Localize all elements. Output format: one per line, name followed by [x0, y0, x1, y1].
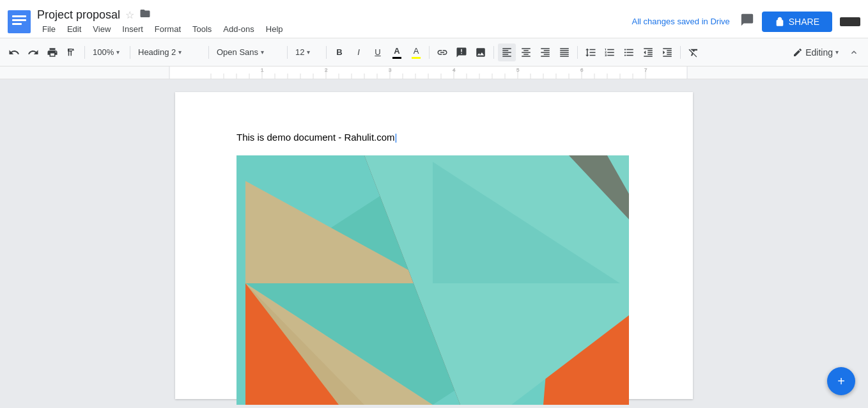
separator-8: [577, 46, 578, 59]
share-button[interactable]: SHARE: [762, 12, 832, 32]
document-area[interactable]: This is demo document - Rahulit.com: [0, 79, 868, 408]
undo-button[interactable]: [5, 43, 23, 61]
font-selector[interactable]: Open Sans ▾: [213, 43, 283, 61]
fab-button[interactable]: +: [827, 367, 855, 395]
svg-text:1: 1: [261, 67, 264, 73]
svg-text:3: 3: [389, 67, 392, 73]
insert-image-button[interactable]: [472, 43, 490, 61]
align-center-button[interactable]: [517, 43, 535, 61]
heading-selector[interactable]: Heading 2 ▾: [134, 43, 205, 61]
toolbar: 100% ▾ Heading 2 ▾ Open Sans ▾ 12 ▾ B I …: [0, 38, 868, 67]
menu-format[interactable]: Format: [150, 23, 186, 35]
align-justify-button[interactable]: [555, 43, 573, 61]
numbered-list-button[interactable]: [601, 43, 619, 61]
menu-help[interactable]: Help: [261, 23, 288, 35]
bulleted-list-button[interactable]: [620, 43, 638, 61]
svg-text:6: 6: [580, 67, 584, 73]
menu-file[interactable]: File: [37, 23, 61, 35]
svg-rect-2: [12, 19, 26, 21]
menu-edit[interactable]: Edit: [62, 23, 86, 35]
align-right-button[interactable]: [536, 43, 554, 61]
separator-2: [130, 46, 130, 59]
document-image: [236, 155, 629, 405]
redo-button[interactable]: [24, 43, 42, 61]
title-info: Project proposal ☆ File Edit View Insert…: [37, 8, 622, 35]
doc-icon: [8, 10, 31, 33]
separator-6: [429, 46, 430, 59]
document-text[interactable]: This is demo document - Rahulit.com: [236, 130, 642, 145]
menu-view[interactable]: View: [88, 23, 116, 35]
svg-rect-3: [12, 23, 22, 25]
svg-rect-1: [12, 15, 26, 17]
svg-text:5: 5: [516, 67, 520, 73]
decrease-indent-button[interactable]: [639, 43, 657, 61]
saved-status: All changes saved in Drive: [632, 17, 730, 26]
underline-button[interactable]: U: [369, 43, 387, 61]
svg-rect-0: [8, 10, 31, 33]
menu-bar: File Edit View Insert Format Tools Add-o…: [37, 23, 622, 35]
text-color-button[interactable]: A: [388, 43, 406, 61]
separator-9: [680, 46, 681, 59]
separator-4: [287, 46, 288, 59]
font-size-selector[interactable]: 12 ▾: [291, 43, 322, 61]
svg-text:7: 7: [644, 67, 647, 73]
increase-indent-button[interactable]: [658, 43, 676, 61]
paint-format-button[interactable]: [63, 43, 81, 61]
title-bar: Project proposal ☆ File Edit View Insert…: [0, 0, 868, 38]
header-right: SHARE: [740, 12, 860, 32]
toolbar-collapse-button[interactable]: [845, 43, 863, 61]
highlight-button[interactable]: A: [407, 43, 425, 61]
document-page[interactable]: This is demo document - Rahulit.com: [175, 92, 693, 399]
star-icon[interactable]: ☆: [125, 9, 134, 21]
ruler-content: 1 2 3 4 5 6 7: [0, 67, 868, 79]
separator-1: [84, 46, 85, 59]
menu-addons[interactable]: Add-ons: [218, 23, 259, 35]
saved-status-link[interactable]: All changes saved in Drive: [632, 17, 730, 26]
zoom-selector[interactable]: 100% ▾: [89, 43, 126, 61]
line-spacing-button[interactable]: [582, 43, 600, 61]
separator-3: [208, 46, 209, 59]
clear-format-button[interactable]: [685, 43, 702, 61]
menu-tools[interactable]: Tools: [187, 23, 217, 35]
svg-text:2: 2: [325, 67, 328, 73]
bold-button[interactable]: B: [330, 43, 348, 61]
separator-7: [493, 46, 494, 59]
separator-5: [326, 46, 327, 59]
ruler: 1 2 3 4 5 6 7: [0, 67, 868, 79]
account-avatar[interactable]: [840, 17, 860, 26]
svg-text:4: 4: [453, 67, 456, 73]
print-button[interactable]: [43, 43, 61, 61]
highlight-color-indicator: [412, 57, 421, 59]
align-left-button[interactable]: [498, 43, 516, 61]
insert-comment-button[interactable]: [453, 43, 470, 61]
document-title[interactable]: Project proposal: [37, 8, 120, 22]
text-color-indicator: [392, 57, 401, 59]
menu-insert[interactable]: Insert: [117, 23, 148, 35]
insert-link-button[interactable]: [433, 43, 451, 61]
editing-mode-dropdown[interactable]: Editing ▾: [787, 45, 844, 60]
italic-button[interactable]: I: [350, 43, 368, 61]
folder-icon[interactable]: [139, 8, 151, 22]
chat-button[interactable]: [740, 13, 754, 30]
